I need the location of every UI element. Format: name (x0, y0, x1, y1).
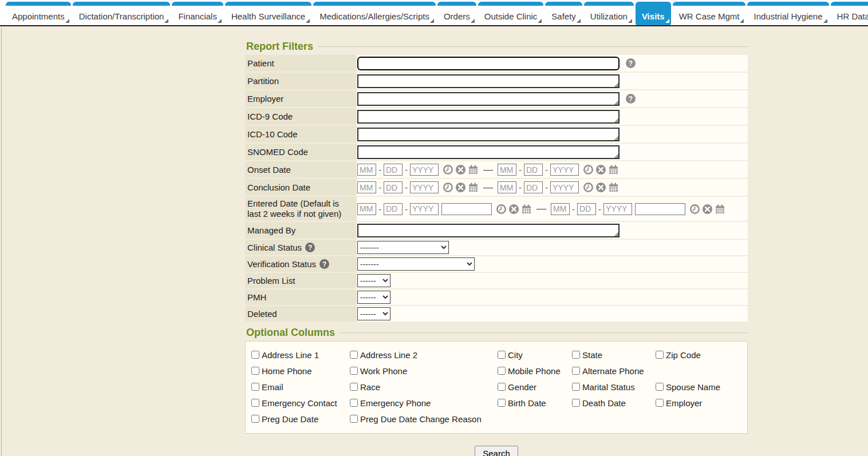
checkbox[interactable] (572, 367, 580, 375)
employer-help-icon[interactable]: ? (626, 94, 636, 104)
problem-list-select[interactable]: ------ (357, 274, 390, 287)
conclusion-to-month-input[interactable] (498, 181, 516, 193)
tab-wr-case-mgmt[interactable]: WR Case Mgmt (673, 2, 746, 25)
checkbox[interactable] (572, 399, 580, 407)
clock-icon[interactable] (443, 182, 453, 193)
checkbox-city[interactable]: City (498, 350, 572, 360)
checkbox-preg-due-date-change-reason[interactable]: Preg Due Date Change Reason (350, 414, 743, 424)
checkbox[interactable] (251, 415, 259, 423)
checkbox-spouse-name[interactable]: Spouse Name (656, 382, 743, 392)
entered-from-month-input[interactable] (357, 203, 376, 215)
pmh-select[interactable]: ------ (357, 291, 390, 304)
checkbox[interactable] (656, 399, 664, 407)
entered-to-time-input[interactable] (635, 203, 685, 215)
partition-input[interactable] (357, 74, 620, 88)
checkbox[interactable] (498, 367, 506, 375)
verification-status-select[interactable]: ------- (357, 257, 475, 271)
conclusion-from-year-input[interactable] (410, 181, 439, 193)
tab-visits[interactable]: Visits (636, 2, 671, 25)
checkbox-marital-status[interactable]: Marital Status (572, 382, 656, 392)
tab-medications-allergies-scripts[interactable]: Medications/Allergies/Scripts (313, 2, 436, 25)
checkbox[interactable] (572, 351, 580, 359)
checkbox[interactable] (251, 383, 259, 391)
checkbox[interactable] (350, 399, 358, 407)
clear-date-icon[interactable] (455, 182, 466, 193)
clear-date-icon[interactable] (508, 204, 519, 215)
onset-to-day-input[interactable] (524, 164, 543, 176)
calendar-icon[interactable] (521, 204, 532, 215)
checkbox-zip-code[interactable]: Zip Code (656, 350, 743, 360)
calendar-icon[interactable] (608, 164, 619, 175)
onset-to-month-input[interactable] (498, 164, 516, 176)
checkbox[interactable] (656, 383, 664, 391)
snomed-input[interactable] (357, 145, 620, 159)
onset-from-year-input[interactable] (410, 164, 439, 176)
checkbox-emergency-contact[interactable]: Emergency Contact (251, 398, 350, 408)
calendar-icon[interactable] (468, 182, 479, 193)
icd10-input[interactable] (357, 128, 620, 141)
entered-from-day-input[interactable] (384, 203, 403, 215)
tab-appointments[interactable]: Appointments (6, 2, 71, 25)
checkbox-mobile-phone[interactable]: Mobile Phone (498, 366, 572, 376)
checkbox[interactable] (656, 351, 664, 359)
tab-financials[interactable]: Financials (172, 2, 223, 25)
clock-icon[interactable] (583, 164, 594, 175)
calendar-icon[interactable] (715, 204, 725, 215)
checkbox[interactable] (572, 383, 580, 391)
tab-safety[interactable]: Safety (545, 2, 582, 25)
entered-to-year-input[interactable] (603, 203, 632, 215)
tab-hr-data-feed[interactable]: HR Data Feed (831, 2, 868, 25)
clock-icon[interactable] (443, 164, 453, 175)
calendar-icon[interactable] (468, 164, 479, 175)
checkbox[interactable] (350, 367, 358, 375)
entered-from-time-input[interactable] (441, 203, 492, 215)
clinical-status-select[interactable]: ------- (357, 241, 449, 254)
clear-date-icon[interactable] (702, 204, 713, 215)
checkbox-alternate-phone[interactable]: Alternate Phone (572, 366, 656, 376)
entered-to-day-input[interactable] (577, 203, 596, 215)
clock-icon[interactable] (496, 204, 507, 215)
conclusion-to-day-input[interactable] (524, 181, 543, 193)
patient-help-icon[interactable]: ? (626, 58, 636, 68)
checkbox[interactable] (350, 415, 358, 423)
checkbox[interactable] (350, 383, 358, 391)
checkbox[interactable] (498, 351, 506, 359)
checkbox-employer[interactable]: Employer (656, 398, 743, 408)
clear-date-icon[interactable] (595, 164, 606, 175)
tab-dictation-transcription[interactable]: Dictation/Transcription (73, 2, 171, 25)
tab-utilization[interactable]: Utilization (584, 2, 634, 25)
calendar-icon[interactable] (608, 182, 619, 193)
checkbox[interactable] (251, 367, 259, 375)
tab-industrial-hygiene[interactable]: Industrial Hygiene (747, 2, 828, 25)
icd9-input[interactable] (357, 110, 620, 124)
checkbox[interactable] (251, 399, 259, 407)
checkbox[interactable] (251, 351, 259, 359)
clock-icon[interactable] (689, 204, 700, 215)
checkbox-address-line-2[interactable]: Address Line 2 (350, 350, 498, 360)
tab-outside-clinic[interactable]: Outside Clinic (478, 2, 544, 25)
managed-by-input[interactable] (357, 224, 620, 237)
clear-date-icon[interactable] (595, 182, 606, 193)
tab-orders[interactable]: Orders (437, 2, 476, 25)
verification-status-help-icon[interactable]: ? (319, 259, 329, 269)
onset-from-day-input[interactable] (384, 164, 403, 176)
clinical-status-help-icon[interactable]: ? (305, 243, 315, 252)
onset-from-month-input[interactable] (357, 164, 376, 176)
checkbox-emergency-phone[interactable]: Emergency Phone (350, 398, 498, 408)
checkbox-death-date[interactable]: Death Date (572, 398, 656, 408)
deleted-select[interactable]: ------ (357, 307, 390, 320)
patient-input[interactable] (357, 57, 620, 70)
checkbox-address-line-1[interactable]: Address Line 1 (251, 350, 350, 360)
entered-from-year-input[interactable] (410, 203, 439, 215)
employer-input[interactable] (357, 92, 620, 106)
checkbox[interactable] (498, 383, 506, 391)
conclusion-to-year-input[interactable] (550, 181, 579, 193)
conclusion-from-day-input[interactable] (384, 181, 403, 193)
checkbox-state[interactable]: State (572, 350, 656, 360)
checkbox-gender[interactable]: Gender (498, 382, 572, 392)
checkbox[interactable] (498, 399, 506, 407)
clear-date-icon[interactable] (455, 164, 466, 175)
entered-to-month-input[interactable] (551, 203, 570, 215)
checkbox[interactable] (350, 351, 358, 359)
conclusion-from-month-input[interactable] (357, 181, 376, 193)
